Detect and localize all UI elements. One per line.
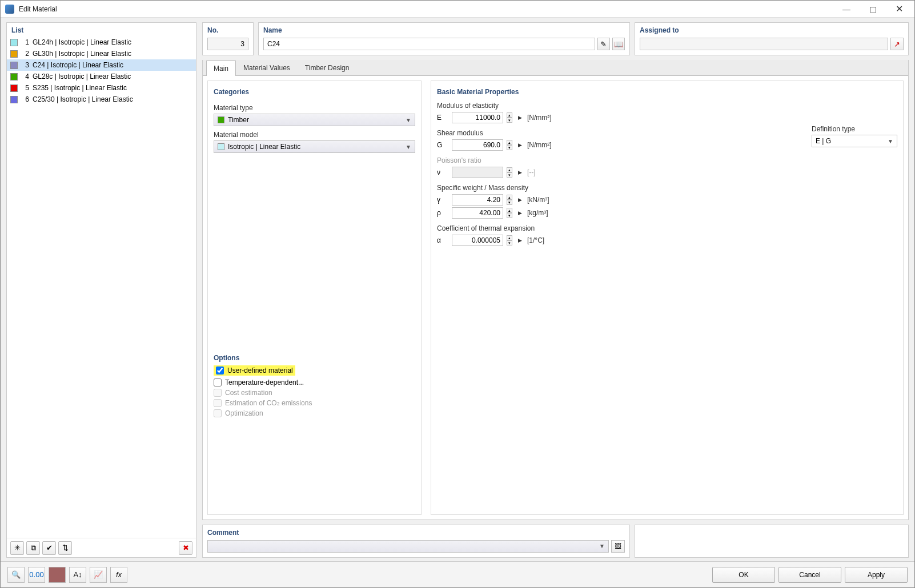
nu-unit: [--]: [527, 168, 536, 176]
fx-button[interactable]: fx: [110, 567, 127, 583]
g-unit: [N/mm²]: [527, 141, 552, 149]
option-user-defined[interactable]: User-defined material: [214, 365, 295, 376]
g-play-icon[interactable]: ▶: [516, 139, 524, 151]
option-optimization: Optimization: [214, 409, 415, 417]
list-item[interactable]: 1 GL24h | Isotropic | Linear Elastic: [7, 37, 196, 48]
chevron-down-icon: ▼: [406, 144, 411, 150]
list-item[interactable]: 4 GL28c | Isotropic | Linear Elastic: [7, 71, 196, 82]
list-toolbar: ✳ ⧉ ✔ ⇅ ✖: [7, 538, 196, 557]
rho-play-icon[interactable]: ▶: [516, 207, 524, 219]
edit-name-button[interactable]: ✎: [597, 38, 610, 50]
new-item-button[interactable]: ✳: [10, 541, 24, 555]
gamma-spinner[interactable]: ▴▾: [507, 195, 512, 205]
comment-box: Comment ▼ 🖼: [202, 525, 630, 558]
material-model-select[interactable]: Isotropic | Linear Elastic ▼: [214, 140, 415, 153]
name-box: Name ✎ 📖: [258, 22, 630, 55]
pick-button[interactable]: ↗: [890, 38, 904, 50]
apply-button[interactable]: Apply: [845, 567, 908, 583]
comment-select[interactable]: ▼: [207, 540, 609, 553]
columns: Categories Material type Timber ▼ Materi…: [203, 76, 908, 519]
list-item[interactable]: 2 GL30h | Isotropic | Linear Elastic: [7, 48, 196, 59]
ok-button[interactable]: OK: [712, 567, 775, 583]
properties-panel: Basic Material Properties Modulus of ela…: [431, 80, 904, 515]
assigned-input[interactable]: [640, 38, 888, 50]
options-panel: Options User-defined material Temperatur…: [214, 352, 415, 420]
type-swatch: [218, 116, 224, 123]
list-panel: List 1 GL24h | Isotropic | Linear Elasti…: [6, 22, 196, 558]
tab-timber-design[interactable]: Timber Design: [298, 60, 357, 75]
copy-item-button[interactable]: ⧉: [26, 541, 40, 555]
option-cost: Cost estimation: [214, 389, 415, 397]
prop-row-gamma: γ ▴▾ ▶ [kN/m³]: [437, 194, 897, 206]
e-spinner[interactable]: ▴▾: [507, 112, 512, 123]
list-item[interactable]: 6 C25/30 | Isotropic | Linear Elastic: [7, 94, 196, 105]
no-input[interactable]: [207, 38, 248, 50]
material-type-value: Timber: [228, 116, 249, 124]
graph-button[interactable]: 📈: [90, 567, 107, 583]
units-button[interactable]: 0.00: [28, 567, 45, 583]
e-symbol: E: [437, 114, 448, 122]
material-list[interactable]: 1 GL24h | Isotropic | Linear Elastic 2 G…: [7, 37, 196, 538]
comment-aux-panel: [635, 525, 909, 558]
model-swatch: [218, 143, 224, 150]
rho-input[interactable]: [452, 207, 503, 219]
rho-spinner[interactable]: ▴▾: [507, 208, 512, 218]
minimize-button[interactable]: —: [833, 1, 860, 18]
nu-play-icon: ▶: [516, 167, 524, 178]
gamma-input[interactable]: [452, 194, 503, 206]
close-button[interactable]: ✕: [886, 1, 912, 18]
maximize-button[interactable]: ▢: [860, 1, 886, 18]
user-defined-checkbox[interactable]: [216, 367, 224, 374]
bottom-bar: 🔍 0.00 A↕ 📈 fx OK Cancel Apply: [1, 561, 914, 587]
co2-checkbox: [214, 399, 222, 407]
alpha-input[interactable]: [452, 235, 503, 246]
alpha-unit: [1/°C]: [527, 236, 544, 244]
window-title: Edit Material: [19, 5, 833, 13]
g-spinner[interactable]: ▴▾: [507, 140, 512, 150]
option-temperature[interactable]: Temperature-dependent...: [214, 378, 415, 386]
option-co2: Estimation of CO₂ emissions: [214, 399, 415, 407]
main-area: Main Material Values Timber Design Categ…: [202, 60, 909, 520]
comment-header: Comment: [207, 529, 625, 537]
assigned-box: Assigned to ↗: [635, 22, 909, 55]
tab-main[interactable]: Main: [206, 61, 236, 76]
gamma-play-icon[interactable]: ▶: [516, 194, 524, 206]
cancel-button[interactable]: Cancel: [778, 567, 841, 583]
titlebar: Edit Material — ▢ ✕: [1, 1, 914, 18]
user-defined-label: User-defined material: [227, 367, 293, 374]
gamma-unit: [kN/m³]: [527, 196, 549, 204]
list-item[interactable]: 5 S235 | Isotropic | Linear Elastic: [7, 82, 196, 94]
options-header: Options: [214, 354, 415, 362]
weight-label: Specific weight / Mass density: [437, 184, 897, 192]
tab-material-values[interactable]: Material Values: [236, 60, 298, 75]
gamma-symbol: γ: [437, 196, 448, 204]
color-button[interactable]: [49, 567, 66, 583]
chevron-down-icon: ▼: [888, 138, 893, 144]
delete-button[interactable]: ✖: [179, 541, 192, 555]
chevron-down-icon: ▼: [406, 117, 411, 123]
modulus-label: Modulus of elasticity: [437, 102, 897, 110]
material-type-select[interactable]: Timber ▼: [214, 114, 415, 126]
sort-button[interactable]: ⇅: [58, 541, 72, 555]
alpha-spinner[interactable]: ▴▾: [507, 235, 512, 245]
material-type-label: Material type: [214, 104, 415, 112]
library-button[interactable]: 📖: [612, 38, 625, 50]
tree-button[interactable]: A↕: [69, 567, 86, 583]
temperature-checkbox[interactable]: [214, 378, 222, 386]
nu-spinner: ▴▾: [507, 167, 512, 178]
list-item[interactable]: 3 C24 | Isotropic | Linear Elastic: [7, 59, 196, 71]
def-type-value: E | G: [816, 137, 831, 145]
alpha-play-icon[interactable]: ▶: [516, 235, 524, 246]
g-input[interactable]: [452, 139, 503, 151]
cost-label: Cost estimation: [225, 389, 272, 397]
comment-picture-button[interactable]: 🖼: [611, 540, 625, 553]
e-input[interactable]: [452, 112, 503, 123]
check-button[interactable]: ✔: [42, 541, 56, 555]
right-side: No. Name ✎ 📖 Assigned to ↗: [202, 22, 909, 558]
search-button[interactable]: 🔍: [7, 567, 25, 583]
def-type-select[interactable]: E | G ▼: [812, 135, 897, 147]
name-input[interactable]: [263, 38, 595, 50]
e-play-icon[interactable]: ▶: [516, 112, 524, 123]
optimization-label: Optimization: [225, 409, 263, 417]
prop-row-rho: ρ ▴▾ ▶ [kg/m³]: [437, 207, 897, 219]
